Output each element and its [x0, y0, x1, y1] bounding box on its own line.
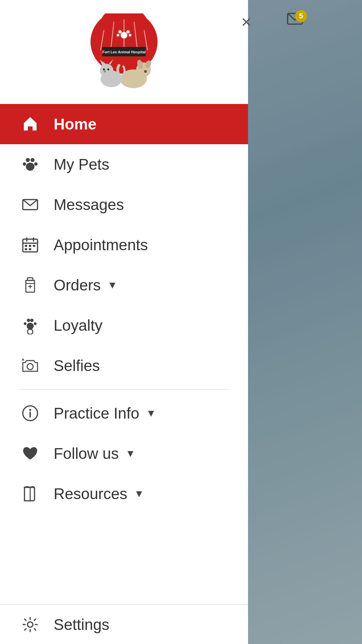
- svg-point-8: [121, 32, 127, 39]
- svg-point-48: [34, 322, 37, 325]
- svg-rect-38: [33, 245, 35, 247]
- message-badge: 5: [295, 10, 307, 22]
- svg-point-9: [118, 30, 122, 34]
- sidebar-item-selfies[interactable]: Selfies: [0, 345, 248, 386]
- info-circle-icon: [20, 403, 40, 423]
- sidebar-item-label: Messages: [54, 196, 124, 214]
- sidebar-item-label: Follow us ▼: [54, 444, 135, 463]
- svg-point-58: [27, 622, 33, 627]
- sidebar-item-label: Home: [54, 115, 97, 133]
- close-button[interactable]: ×: [235, 10, 258, 34]
- svg-point-19: [144, 70, 147, 73]
- gear-icon: [20, 614, 40, 635]
- home-icon: [20, 114, 40, 134]
- navigation-drawer: Fort Lee Animal Hospital: [0, 0, 248, 644]
- book-icon: [20, 484, 40, 504]
- svg-point-11: [117, 34, 119, 37]
- sidebar-item-label: Appointments: [54, 236, 148, 254]
- svg-point-25: [103, 68, 105, 70]
- sidebar-item-practice-info[interactable]: Practice Info ▼: [0, 393, 248, 433]
- nav-list: Home My Pets Me: [0, 104, 248, 604]
- envelope-nav-icon: [20, 195, 40, 215]
- svg-point-26: [107, 68, 109, 70]
- svg-rect-37: [29, 245, 31, 247]
- nav-divider: [20, 389, 228, 390]
- bottle-icon: [20, 275, 40, 295]
- sidebar-item-label: My Pets: [54, 155, 109, 173]
- sidebar-item-messages[interactable]: Messages: [0, 184, 248, 225]
- svg-point-56: [29, 409, 31, 411]
- camera-star-icon: [20, 356, 40, 376]
- sidebar-item-loyalty[interactable]: Loyalty: [0, 305, 248, 345]
- svg-point-10: [126, 30, 130, 34]
- logo-area: Fort Lee Animal Hospital: [0, 0, 248, 104]
- chevron-down-icon: ▼: [108, 279, 118, 291]
- sidebar-item-home[interactable]: Home: [0, 104, 248, 144]
- app-logo: Fort Lee Animal Hospital: [84, 13, 164, 94]
- messages-button[interactable]: 5: [282, 7, 308, 34]
- sidebar-item-label: Resources ▼: [54, 485, 144, 503]
- svg-line-51: [32, 330, 33, 331]
- svg-point-27: [26, 158, 30, 162]
- sidebar-item-label: Practice Info ▼: [54, 404, 156, 422]
- chevron-down-icon: ▼: [146, 408, 156, 419]
- sidebar-item-my-pets[interactable]: My Pets: [0, 144, 248, 184]
- svg-point-45: [27, 319, 30, 322]
- chevron-down-icon: ▼: [134, 488, 144, 499]
- svg-point-46: [30, 319, 34, 322]
- paw-icon: [20, 154, 40, 174]
- chevron-down-icon: ▼: [125, 448, 135, 459]
- settings-label: Settings: [54, 615, 109, 634]
- svg-point-28: [31, 158, 35, 162]
- sidebar-item-orders[interactable]: Orders ▼: [0, 265, 248, 305]
- sidebar-item-resources[interactable]: Resources ▼: [0, 474, 248, 514]
- svg-point-21: [100, 64, 113, 77]
- svg-point-47: [24, 322, 26, 325]
- sidebar-item-follow-us[interactable]: Follow us ▼: [0, 433, 248, 474]
- svg-rect-36: [25, 245, 27, 247]
- svg-text:Fort Lee Animal Hospital: Fort Lee Animal Hospital: [102, 50, 145, 54]
- sidebar-item-label: Orders ▼: [54, 276, 117, 294]
- calendar-icon: [20, 235, 40, 255]
- paw-badge-icon: [20, 315, 40, 335]
- svg-point-30: [34, 162, 38, 166]
- svg-rect-39: [25, 248, 27, 250]
- svg-point-52: [27, 364, 33, 370]
- svg-point-24: [104, 70, 106, 72]
- svg-point-29: [23, 162, 26, 166]
- settings-bar[interactable]: Settings: [0, 604, 248, 644]
- sidebar-item-label: Loyalty: [54, 316, 103, 334]
- sidebar-item-label: Selfies: [54, 357, 100, 375]
- sidebar-item-appointments[interactable]: Appointments: [0, 225, 248, 265]
- svg-rect-40: [29, 248, 31, 250]
- heart-icon: [20, 443, 40, 464]
- svg-marker-53: [21, 358, 24, 361]
- svg-point-12: [129, 34, 131, 37]
